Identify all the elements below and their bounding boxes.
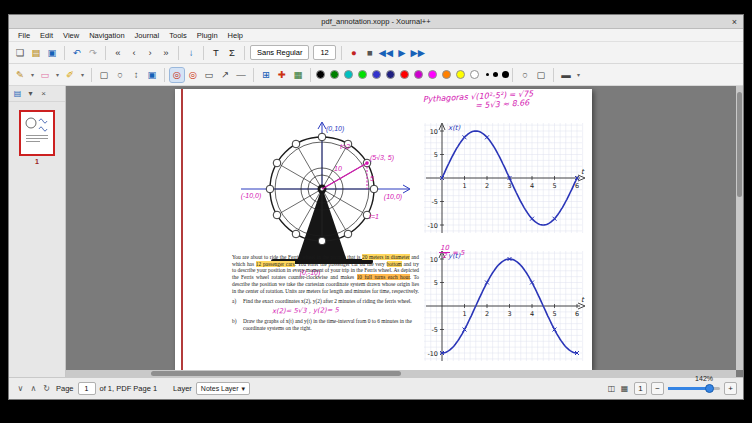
menu-item[interactable]: View [58, 31, 84, 40]
page-thumbnail[interactable] [19, 110, 55, 156]
zoom-out-button[interactable]: − [651, 382, 664, 395]
save-icon[interactable]: ▣ [45, 46, 59, 60]
next-page-icon[interactable]: › [143, 46, 157, 60]
first-page-icon[interactable]: « [111, 46, 125, 60]
menu-item[interactable]: Tools [164, 31, 192, 40]
vertical-scrollbar-thumb[interactable] [737, 92, 742, 197]
toolbar-separator [253, 68, 254, 82]
color-red-swatch[interactable] [400, 70, 409, 79]
sidebar-caret-icon[interactable]: ▾ [25, 88, 36, 99]
line-style-caret-icon[interactable]: ▾ [575, 68, 582, 82]
preview-layers-icon[interactable]: ▤ [12, 88, 23, 99]
zoom-in-button[interactable]: + [724, 382, 737, 395]
vertical-scrollbar[interactable] [736, 86, 743, 370]
xournalpp-window: pdf_annotation.xopp - Xournal++ × FileEd… [8, 14, 744, 400]
thickness-thick-icon[interactable] [502, 71, 509, 78]
highlight-position-icon[interactable]: ✚ [275, 68, 289, 82]
color-white-swatch[interactable] [470, 70, 479, 79]
color-blue-swatch[interactable] [372, 70, 381, 79]
highlighter-tool-icon[interactable]: ✐ [63, 68, 77, 82]
wheel-label-t1: t=1 [369, 213, 379, 220]
pages-per-row-button[interactable]: 1 [634, 382, 647, 395]
svg-text:x(t): x(t) [448, 124, 461, 132]
menu-item[interactable]: Journal [130, 31, 165, 40]
vertical-space-icon[interactable]: ↕ [129, 68, 143, 82]
select-rectangle-icon[interactable]: ▢ [97, 68, 111, 82]
color-black-swatch[interactable] [316, 70, 325, 79]
color-yellow-swatch[interactable] [456, 70, 465, 79]
stop-audio-icon[interactable]: ■ [363, 46, 377, 60]
horizontal-scrollbar-thumb[interactable] [151, 371, 401, 376]
shape-recognizer-icon[interactable]: ◎ [170, 68, 184, 82]
color-green-swatch[interactable] [330, 70, 339, 79]
draw-line-icon[interactable]: — [234, 68, 248, 82]
play-audio-icon[interactable]: ▶ [395, 46, 409, 60]
insert-image-icon[interactable]: ▣ [145, 68, 159, 82]
window-close-button[interactable]: × [732, 15, 737, 28]
highlighter-options-caret-icon[interactable]: ▾ [79, 68, 86, 82]
page-label: Page [56, 384, 74, 393]
record-audio-icon[interactable]: ● [347, 46, 361, 60]
eraser-tool-icon[interactable]: ▭ [38, 68, 52, 82]
canvas-area[interactable]: Pythagoras √(10²-5²) = √75 = 5√3 ≈ 8.66 [66, 86, 743, 377]
font-selector-button[interactable]: Sans Regular [250, 45, 309, 60]
new-file-icon[interactable]: ❏ [13, 46, 27, 60]
goto-page-icon[interactable]: ↓ [184, 46, 198, 60]
toolbar-separator [244, 46, 245, 60]
redo-icon[interactable]: ↷ [86, 46, 100, 60]
menu-item[interactable]: Help [223, 31, 248, 40]
snap-grid-icon[interactable]: ⊞ [259, 68, 273, 82]
latex-tool-icon[interactable]: Σ [225, 46, 239, 60]
color-lime-swatch[interactable] [358, 70, 367, 79]
eraser-options-caret-icon[interactable]: ▾ [54, 68, 61, 82]
zoom-slider[interactable] [668, 387, 720, 390]
scroll-down-icon[interactable]: ∨ [15, 383, 26, 394]
zoom-slider-thumb[interactable] [705, 384, 714, 393]
dual-page-view-icon[interactable]: ◫ [606, 383, 617, 394]
grid-view-icon[interactable]: ▦ [619, 383, 630, 394]
svg-text:2: 2 [485, 182, 489, 190]
menu-item[interactable]: Edit [35, 31, 58, 40]
pdf-page[interactable]: Pythagoras √(10²-5²) = √75 = 5√3 ≈ 8.66 [175, 89, 592, 370]
font-size-button[interactable]: 12 [313, 45, 335, 60]
titlebar[interactable]: pdf_annotation.xopp - Xournal++ × [9, 15, 743, 29]
wheel-label-top: (0,10) [326, 125, 344, 133]
thickness-medium-icon[interactable] [493, 72, 498, 77]
scroll-up-icon[interactable]: ∧ [28, 383, 39, 394]
color-navy-swatch[interactable] [386, 70, 395, 79]
rewind-audio-icon[interactable]: ◀◀ [379, 46, 393, 60]
menu-item[interactable]: Plugin [192, 31, 223, 40]
statusbar: ∨∧↻ Page of 1, PDF Page 1 Layer Notes La… [9, 377, 743, 399]
refresh-icon[interactable]: ↻ [41, 383, 52, 394]
pen-options-caret-icon[interactable]: ▾ [29, 68, 36, 82]
draw-rectangle-icon[interactable]: ▭ [202, 68, 216, 82]
color-orange-swatch[interactable] [442, 70, 451, 79]
draw-ellipse-icon[interactable]: ◎ [186, 68, 200, 82]
fill-shape-icon[interactable]: ▢ [534, 68, 548, 82]
last-page-icon[interactable]: » [159, 46, 173, 60]
forward-audio-icon[interactable]: ▶▶ [411, 46, 425, 60]
thickness-fine-icon[interactable] [486, 73, 489, 76]
menu-item[interactable]: File [13, 31, 35, 40]
sidebar-close-icon[interactable]: × [38, 88, 49, 99]
layer-selector[interactable]: Notes Layer ▾ [196, 382, 250, 395]
undo-icon[interactable]: ↶ [70, 46, 84, 60]
draw-arrow-icon[interactable]: ↗ [218, 68, 232, 82]
page-of-text: of 1, PDF Page 1 [100, 384, 158, 393]
text-tool-icon[interactable]: T [209, 46, 223, 60]
horizontal-scrollbar[interactable] [66, 370, 736, 377]
default-color-icon[interactable]: ○ [518, 68, 532, 82]
pen-tool-icon[interactable]: ✎ [13, 68, 27, 82]
color-pink-swatch[interactable] [428, 70, 437, 79]
previous-page-icon[interactable]: ‹ [127, 46, 141, 60]
page-number-input[interactable] [78, 382, 96, 395]
line-style-icon[interactable]: ▬ [559, 68, 573, 82]
open-file-icon[interactable]: ▤ [29, 46, 43, 60]
menu-item[interactable]: Navigation [84, 31, 129, 40]
color-cyan-swatch[interactable] [344, 70, 353, 79]
toolbox-icon[interactable]: ▦ [291, 68, 305, 82]
select-lasso-icon[interactable]: ○ [113, 68, 127, 82]
toolbar-separator [64, 46, 65, 60]
color-magenta-swatch[interactable] [414, 70, 423, 79]
sidebar-toolbar: ▤▾× [9, 86, 65, 102]
